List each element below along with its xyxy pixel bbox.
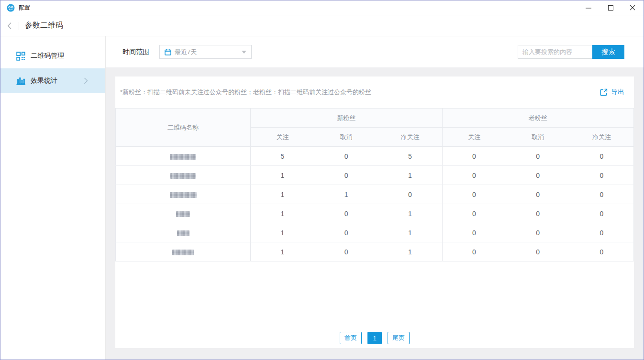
export-icon (600, 88, 608, 96)
window-controls (577, 0, 644, 15)
close-icon (630, 5, 635, 11)
cell-new-follow: 1 (251, 185, 315, 204)
app-window: 配置 参数二维码 (0, 0, 644, 360)
cell-new-cancel: 0 (314, 166, 378, 185)
qrcode-name-redacted (170, 154, 196, 160)
main-content: 时间范围 最近7天 搜索 (106, 36, 644, 360)
column-header-follow: 关注 (251, 128, 315, 147)
titlebar: 配置 (0, 0, 644, 15)
search-box: 搜索 (518, 45, 624, 59)
qrcode-name-redacted (170, 192, 197, 198)
group-header-new-fans: 新粉丝 (251, 109, 443, 128)
column-header-net-follow: 净关注 (378, 128, 443, 147)
cell-new-net: 5 (378, 147, 443, 166)
cell-new-net: 1 (378, 242, 443, 262)
close-button[interactable] (622, 0, 644, 15)
cell-new-follow: 1 (251, 204, 315, 223)
note-row: *新粉丝：扫描二维码前未关注过公众号的粉丝；老粉丝：扫描二维码前关注过公众号的粉… (115, 76, 634, 108)
maximize-button[interactable] (600, 0, 622, 15)
time-range-select[interactable]: 最近7天 (159, 45, 252, 59)
cell-new-cancel: 0 (314, 204, 378, 223)
page-title: 参数二维码 (25, 21, 63, 31)
export-label: 导出 (611, 88, 624, 97)
cell-old-net: 0 (570, 204, 634, 223)
sidebar-item-label: 效果统计 (31, 76, 57, 85)
cell-old-follow: 0 (442, 166, 506, 185)
cell-new-cancel: 0 (314, 223, 378, 242)
statistics-panel: *新粉丝：扫描二维码前未关注过公众号的粉丝；老粉丝：扫描二维码前关注过公众号的粉… (115, 76, 634, 348)
cell-old-cancel: 0 (506, 185, 570, 204)
last-page-button[interactable]: 尾页 (388, 332, 410, 344)
table-row: 5 0 5 0 0 0 (116, 147, 634, 166)
cell-old-cancel: 0 (506, 166, 570, 185)
qrcode-icon (16, 52, 26, 61)
group-header-old-fans: 老粉丝 (442, 109, 634, 128)
time-range-value: 最近7天 (175, 48, 197, 56)
sidebar-item-label: 二维码管理 (31, 52, 64, 60)
sidebar-item-effect-statistics[interactable]: 效果统计 (0, 68, 105, 93)
cell-old-net: 0 (570, 147, 634, 166)
minimize-button[interactable] (577, 0, 600, 15)
search-input[interactable] (518, 45, 592, 59)
cell-old-cancel: 0 (506, 223, 570, 242)
table-row: 1 0 1 0 0 0 (116, 204, 634, 223)
cell-old-cancel: 0 (506, 147, 570, 166)
page-1-button[interactable]: 1 (367, 332, 382, 344)
cell-new-cancel: 1 (314, 185, 378, 204)
sidebar: 二维码管理 效果统计 (0, 36, 106, 360)
cell-old-net: 0 (570, 185, 634, 204)
cell-new-net: 1 (378, 204, 443, 223)
bar-chart-icon (16, 76, 26, 85)
column-header-cancel: 取消 (506, 128, 570, 147)
cell-old-follow: 0 (442, 204, 506, 223)
cell-old-follow: 0 (442, 242, 506, 262)
cell-old-net: 0 (570, 242, 634, 262)
window-title: 配置 (19, 4, 30, 12)
column-header-follow: 关注 (442, 128, 506, 147)
cell-new-follow: 1 (251, 223, 315, 242)
first-page-button[interactable]: 首页 (340, 332, 362, 344)
time-range-label: 时间范围 (122, 48, 149, 56)
statistics-table: 二维码名称 新粉丝 老粉丝 关注 取消 净关注 关注 取消 净关注 (115, 108, 634, 262)
column-header-cancel: 取消 (314, 128, 378, 147)
cell-new-net: 1 (378, 166, 443, 185)
export-button[interactable]: 导出 (600, 88, 624, 97)
card-spacer (115, 262, 634, 332)
cell-new-cancel: 0 (314, 242, 378, 262)
column-header-qrcode-name: 二维码名称 (116, 109, 251, 147)
cell-old-net: 0 (570, 166, 634, 185)
table-row: 1 0 1 0 0 0 (116, 223, 634, 242)
cell-old-follow: 0 (442, 223, 506, 242)
chevron-down-icon (242, 51, 246, 54)
app-logo-icon (7, 4, 15, 12)
column-header-net-follow: 净关注 (570, 128, 634, 147)
cell-new-net: 0 (378, 185, 443, 204)
cell-new-follow: 1 (251, 166, 315, 185)
cell-old-net: 0 (570, 223, 634, 242)
table-row: 1 0 1 0 0 0 (116, 166, 634, 185)
back-button[interactable] (7, 22, 17, 30)
cell-old-follow: 0 (442, 147, 506, 166)
page-header: 参数二维码 (0, 15, 644, 36)
chevron-left-icon (7, 22, 12, 30)
cell-old-cancel: 0 (506, 242, 570, 262)
table-row: 1 0 1 0 0 0 (116, 242, 634, 262)
minimize-icon (586, 5, 591, 11)
cell-new-follow: 1 (251, 242, 315, 262)
calendar-icon (165, 49, 171, 55)
cell-new-follow: 5 (251, 147, 315, 166)
cell-old-cancel: 0 (506, 204, 570, 223)
qrcode-name-redacted (172, 250, 194, 255)
cell-new-cancel: 0 (314, 147, 378, 166)
sidebar-item-qrcode-management[interactable]: 二维码管理 (0, 44, 105, 68)
chevron-right-icon (84, 77, 88, 84)
qrcode-name-redacted (177, 230, 189, 236)
fans-definition-note: *新粉丝：扫描二维码前未关注过公众号的粉丝；老粉丝：扫描二维码前关注过公众号的粉… (120, 88, 371, 97)
table-row: 1 1 0 0 0 0 (116, 185, 634, 204)
cell-new-net: 1 (378, 223, 443, 242)
cell-old-follow: 0 (442, 185, 506, 204)
header-divider (19, 22, 19, 30)
search-button[interactable]: 搜索 (592, 45, 624, 59)
maximize-icon (608, 5, 613, 11)
filter-toolbar: 时间范围 最近7天 搜索 (106, 36, 644, 67)
